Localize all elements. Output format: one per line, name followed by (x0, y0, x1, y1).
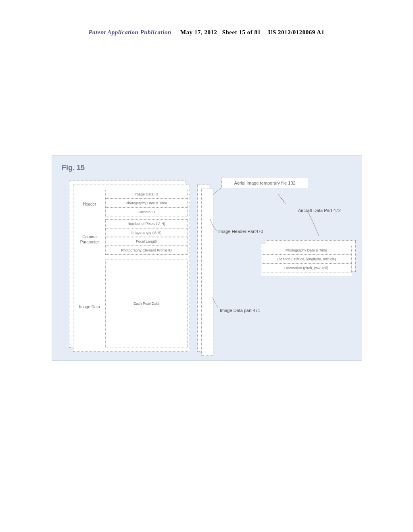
page-header: Patent Application Publication May 17, 2… (0, 29, 413, 36)
row-camera-id: Camera ID (105, 208, 188, 216)
row-pixel-data: Each Pixel Data (105, 260, 188, 347)
section-imagedata-label: Image Data (75, 305, 104, 309)
caption-aerial-file: Aerial image temporary file 102 (221, 178, 308, 188)
annotation-image-header: Image Header Part470 (218, 229, 263, 234)
aircraft-row-datetime: Photography Date & Time (261, 246, 352, 255)
middle-card-front (201, 189, 213, 356)
publication-label: Patent Application Publication (88, 29, 171, 35)
row-num-pixels: Number of Pixels (V, H) (105, 219, 188, 228)
row-image-angle: Image angle (V, H) (105, 228, 188, 237)
aircraft-row-orientation: Orientation (pitch, yaw, roll) (261, 264, 352, 272)
annotation-image-data: Image Data part 471 (220, 308, 260, 313)
figure-label: Fig. 15 (62, 164, 85, 172)
publication-date: May 17, 2012 (180, 29, 217, 35)
publication-number: US 2012/0120069 A1 (268, 29, 325, 35)
figure-15: Fig. 15 Header Camera Parameter Image Da… (52, 155, 362, 361)
row-image-data-id: Image Data ID (105, 190, 188, 199)
section-header-label: Header (75, 202, 104, 206)
annotation-aircraft-data: Aircraft Data Part 472 (298, 208, 341, 213)
row-focal-length: Focal Length (105, 237, 188, 246)
section-camera-label: Camera Parameter (75, 234, 104, 245)
row-photo-datetime: Photography Date & Time (105, 199, 188, 208)
row-profile-id: Photography Element Profile ID (105, 246, 188, 255)
sheet-number: Sheet 15 of 81 (222, 29, 261, 35)
aircraft-row-location: Location (latitude, longitude, altitude) (261, 255, 352, 264)
